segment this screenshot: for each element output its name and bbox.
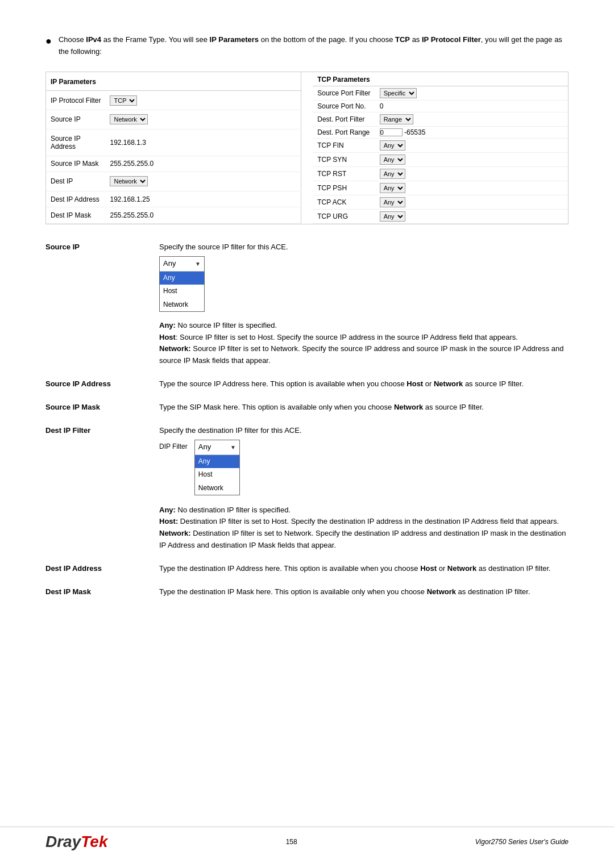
ip-params-header: IP Parameters: [46, 72, 301, 91]
logo-tek: Tek: [81, 833, 107, 850]
tcp-params-table: TCP Parameters Source Port Filter Specif…: [313, 72, 568, 224]
dest-port-filter-label: Dest. Port Filter: [313, 112, 375, 126]
ip-protocol-filter-select[interactable]: TCP: [110, 95, 137, 106]
source-ip-value: Network: [105, 110, 301, 129]
source-ip-label: Source IP: [46, 110, 105, 129]
tcp-fin-select[interactable]: Any: [380, 140, 405, 151]
dest-ip-value: Network: [105, 172, 301, 191]
page-number: 158: [286, 838, 297, 846]
source-ip-dropdown-top[interactable]: Any ▼: [160, 257, 204, 272]
table-row: Dest. Port Filter Range: [313, 112, 568, 126]
logo-dray: Dray: [45, 833, 81, 850]
tcp-psh-value: Any: [375, 181, 568, 195]
dest-port-filter-select[interactable]: Range: [380, 114, 413, 124]
table-row: TCP RST Any: [313, 166, 568, 181]
dest-ip-mask-label: Dest IP Mask: [45, 586, 136, 598]
source-ip-option-network[interactable]: Network: [160, 298, 204, 311]
table-row: Source IP Mask 255.255.255.0: [46, 156, 301, 172]
tcp-psh-select[interactable]: Any: [380, 183, 405, 193]
tcp-rst-label: TCP RST: [313, 166, 375, 181]
ip-protocol-filter-label: IP Protocol Filter: [46, 91, 105, 110]
table-row: Source Port No. 0: [313, 100, 568, 112]
table-row: IP Protocol Filter TCP: [46, 91, 301, 110]
source-ip-host-desc: Host: Source IP filter is set to Host. S…: [159, 332, 569, 344]
dest-port-range-from[interactable]: [380, 128, 403, 136]
dest-ip-mask-section: Dest IP Mask Type the destination IP Mas…: [45, 586, 569, 598]
dest-ip-any-desc: Any: No destination IP filter is specifi…: [159, 504, 569, 516]
dest-ip-host-desc: Host: Destination IP filter is set to Ho…: [159, 516, 569, 528]
source-ip-mask-value: 255.255.255.0: [105, 156, 301, 172]
table-row: TCP URG Any: [313, 209, 568, 223]
dest-port-range-label: Dest. Port Range: [313, 126, 375, 138]
dip-filter-dropdown-top[interactable]: Any ▼: [195, 440, 239, 455]
tcp-psh-label: TCP PSH: [313, 181, 375, 195]
footer: DrayTek 158 Vigor2750 Series User's Guid…: [0, 827, 614, 851]
bullet-dot: ●: [45, 35, 52, 58]
source-ip-dropdown[interactable]: Any ▼ Any Host Network: [159, 256, 205, 311]
dest-ip-address-value: 192.168.1.25: [105, 191, 301, 207]
dip-filter-dropdown[interactable]: Any ▼ Any Host Network: [194, 440, 240, 495]
table-row: Source Port Filter Specific: [313, 86, 568, 100]
tcp-ack-label: TCP ACK: [313, 195, 375, 209]
tcp-fin-value: Any: [375, 138, 568, 152]
source-port-no-value: 0: [375, 100, 568, 112]
table-row: Dest IP Network: [46, 172, 301, 191]
source-ip-desc-text: Specify the source IP filter for this AC…: [159, 241, 569, 253]
intro-text: Choose IPv4 as the Frame Type. You will …: [59, 34, 569, 58]
table-row: Dest IP Mask 255.255.255.0: [46, 207, 301, 223]
source-ip-address-value: 192.168.1.3: [105, 129, 301, 156]
source-ip-mask-section: Source IP Mask Type the SIP Mask here. T…: [45, 402, 569, 414]
source-port-filter-value: Specific: [375, 86, 568, 100]
dest-ip-address-label: Dest IP Address: [45, 563, 136, 575]
source-ip-option-any-highlighted[interactable]: Any: [160, 272, 204, 285]
dip-filter-option-host[interactable]: Host: [195, 468, 239, 481]
tcp-fin-label: TCP FIN: [313, 138, 375, 152]
chevron-down-icon: ▼: [230, 443, 236, 452]
table-row: TCP FIN Any: [313, 138, 568, 152]
dest-ip-select[interactable]: Network: [110, 176, 148, 186]
tcp-params-header: TCP Parameters: [313, 72, 568, 86]
tcp-syn-label: TCP SYN: [313, 152, 375, 166]
dip-filter-label: DIP Filter: [159, 440, 188, 452]
tcp-ack-value: Any: [375, 195, 568, 209]
source-port-no-label: Source Port No.: [313, 100, 375, 112]
tcp-ack-select[interactable]: Any: [380, 197, 405, 207]
table-row: TCP ACK Any: [313, 195, 568, 209]
dest-ip-address-section: Dest IP Address Type the destination IP …: [45, 563, 569, 575]
guide-title: Vigor2750 Series User's Guide: [475, 838, 569, 846]
dest-ip-filter-desc-text: Specify the destination IP filter for th…: [159, 425, 569, 437]
source-ip-address-label: Source IP Address: [45, 378, 136, 390]
tcp-rst-select[interactable]: Any: [380, 169, 405, 179]
table-row: Source IPAddress 192.168.1.3: [46, 129, 301, 156]
source-ip-address-section: Source IP Address Type the source IP Add…: [45, 378, 569, 390]
intro-section: ● Choose IPv4 as the Frame Type. You wil…: [45, 34, 569, 58]
dest-ip-filter-content: Specify the destination IP filter for th…: [159, 425, 569, 552]
source-ip-mask-content: Type the SIP Mask here. This option is a…: [159, 402, 569, 414]
dip-filter-option-network[interactable]: Network: [195, 482, 239, 495]
dest-ip-network-desc: Network: Destination IP filter is set to…: [159, 528, 569, 552]
tcp-syn-select[interactable]: Any: [380, 155, 405, 165]
source-ip-select[interactable]: Network: [110, 114, 148, 124]
dip-filter-option-any-highlighted[interactable]: Any: [195, 455, 239, 468]
table-row: Source IP Network: [46, 110, 301, 129]
source-port-filter-label: Source Port Filter: [313, 86, 375, 100]
dest-ip-filter-label: Dest IP Filter: [45, 425, 136, 552]
dest-ip-mask-label: Dest IP Mask: [46, 207, 105, 223]
source-ip-network-desc: Network: Source IP filter is set to Netw…: [159, 343, 569, 367]
dest-ip-address-content: Type the destination IP Address here. Th…: [159, 563, 569, 575]
tcp-urg-select[interactable]: Any: [380, 211, 405, 222]
tcp-rst-value: Any: [375, 166, 568, 181]
table-row: Dest IP Address 192.168.1.25: [46, 191, 301, 207]
source-ip-address-content: Type the source IP Address here. This op…: [159, 378, 569, 390]
draytek-logo: DrayTek: [45, 833, 107, 851]
dest-port-filter-value: Range: [375, 112, 568, 126]
dest-ip-label: Dest IP: [46, 172, 105, 191]
dest-ip-filter-section: Dest IP Filter Specify the destination I…: [45, 425, 569, 552]
tcp-urg-value: Any: [375, 209, 568, 223]
source-port-filter-select[interactable]: Specific: [380, 88, 417, 98]
dest-ip-address-label: Dest IP Address: [46, 191, 105, 207]
table-row: TCP SYN Any: [313, 152, 568, 166]
chevron-down-icon: ▼: [195, 260, 201, 269]
source-ip-option-host[interactable]: Host: [160, 285, 204, 298]
source-ip-mask-label: Source IP Mask: [45, 402, 136, 414]
